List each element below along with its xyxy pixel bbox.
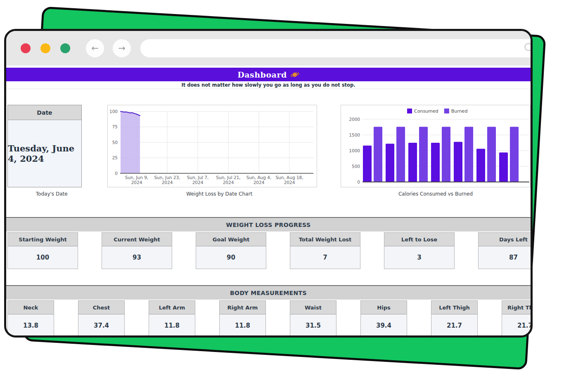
legend-label-consumed: Consumed [414,109,438,114]
stat-card-left-arm: Left Arm11.8 [149,300,195,337]
svg-text:2024: 2024 [162,180,173,185]
stat-card-starting-weight: Starting Weight100 [7,232,78,269]
calories-bar-chart: 0500100015002000ConsumedBurned [341,105,530,187]
bar-burned-2 [419,127,428,182]
browser-window: ← → Dashboard It does not matter how slo… [4,29,533,338]
stat-card-chest: Chest37.4 [78,300,125,337]
grid [120,111,313,173]
section-title-weight-loss-progress: WEIGHT LOSS PROGRESS [6,217,531,231]
svg-text:2024: 2024 [254,180,265,185]
stat-card-hips: Hips39.4 [360,300,407,337]
svg-text:Sun, Aug 18,: Sun, Aug 18, [275,175,303,180]
current-date-value: Tuesday, June 4, 2024 [8,143,81,164]
stat-card-goal-weight: Goal Weight90 [196,232,266,269]
legend-label-burned: Burned [451,109,468,114]
svg-text:100: 100 [109,109,118,114]
stat-value: 37.4 [78,314,124,337]
stat-label: Total Weight Lost [290,233,360,246]
stats-row: Neck13.8Chest37.4Left Arm11.8Right Arm11… [6,300,531,337]
stat-value: 11.8 [149,314,195,337]
legend: ConsumedBurned [407,109,467,114]
date-card-body: Tuesday, June 4, 2024 [8,120,81,187]
bar-consumed-6 [499,153,508,182]
planet-icon [290,71,299,78]
stat-card-right-arm: Right Arm11.8 [219,300,266,337]
svg-text:2024: 2024 [284,180,295,185]
browser-toolbar: ← → [6,31,531,66]
svg-text:Sun, Jul 21,: Sun, Jul 21, [216,175,240,180]
svg-text:1500: 1500 [349,132,360,137]
back-arrow-icon: ← [91,43,99,53]
bar-consumed-2 [408,143,417,182]
calories-chart-caption: Calories Consumed vs Burned [341,191,531,197]
weight-chart-caption: Weight Loss by Date Chart [121,191,317,197]
weight-loss-area-chart: 0255075100Sun, Jun 9,2024Sun, Jun 23,202… [108,105,317,187]
stat-value: 31.5 [290,314,336,337]
bar-burned-4 [464,127,473,182]
bar-consumed-5 [476,149,485,182]
svg-text:Sun, Jul 7,: Sun, Jul 7, [187,175,209,180]
stat-label: Waist [290,301,336,314]
forward-button[interactable]: → [113,39,131,57]
stat-card-current-weight: Current Weight93 [102,232,172,269]
stat-value: 39.4 [361,314,407,337]
svg-text:0: 0 [357,179,360,184]
stat-card-left-thigh: Left Thigh21.7 [431,300,478,337]
stat-label: Right Thigh [502,301,533,314]
stat-label: Days Left [479,233,533,246]
bar-consumed-0 [363,146,372,182]
area-series [121,111,140,173]
stat-value: 3 [384,246,454,269]
stat-value: 100 [8,246,78,269]
stat-label: Neck [8,301,54,314]
svg-text:2024: 2024 [223,180,234,185]
stat-card-total-weight-lost: Total Weight Lost7 [290,232,360,269]
bar-consumed-3 [431,143,440,182]
stat-value: 93 [102,246,172,269]
stat-label: Right Arm [220,301,265,314]
stat-card-waist: Waist31.5 [290,300,337,337]
svg-text:Sun, Aug 4,: Sun, Aug 4, [246,175,272,180]
svg-text:2024: 2024 [131,180,142,185]
stats-row: Starting Weight100Current Weight93Goal W… [6,232,531,269]
close-window-button[interactable] [21,43,31,53]
bar-burned-3 [442,127,450,182]
chart-captions-row: Today's Date Weight Loss by Date Chart C… [6,191,531,197]
stat-label: Left Arm [149,301,195,314]
stats-sections: WEIGHT LOSS PROGRESSStarting Weight100Cu… [6,217,531,337]
dashboard-banner: Dashboard [6,68,531,81]
maximize-window-button[interactable] [60,43,70,53]
stat-value: 7 [290,246,360,269]
svg-text:2000: 2000 [349,117,360,122]
svg-text:1000: 1000 [349,148,360,153]
search-icon [524,42,533,53]
stat-label: Current Weight [102,233,172,246]
stat-label: Left Thigh [431,301,477,314]
svg-text:75: 75 [112,124,118,129]
date-card-caption: Today's Date [7,191,96,197]
stat-value: 11.8 [220,314,265,337]
dashboard-content: Date Tuesday, June 4, 2024 0255075100Sun… [6,105,531,337]
stat-label: Starting Weight [8,233,78,246]
date-card-header: Date [8,105,81,120]
section-title-body-measurements: BODY MEASUREMENTS [6,285,531,300]
minimize-window-button[interactable] [40,43,50,53]
stat-label: Chest [78,301,124,314]
svg-text:Sun, Jun 9,: Sun, Jun 9, [125,175,148,180]
svg-text:0: 0 [115,171,118,176]
url-bar[interactable] [140,39,533,57]
back-button[interactable]: ← [86,39,104,57]
stage: ← → Dashboard It does not matter how slo… [0,0,564,392]
stat-value: 13.8 [8,314,54,337]
bar-burned-5 [487,127,496,182]
calories-chart-card: 0500100015002000ConsumedBurned [341,105,531,187]
legend-swatch-burned [444,109,449,113]
stat-value: 87 [479,246,533,269]
legend-swatch-consumed [407,109,412,113]
svg-text:50: 50 [112,140,118,145]
svg-text:Sun, Jun 23,: Sun, Jun 23, [154,175,180,180]
stat-card-days-left: Days Left87 [478,232,533,269]
stat-card-right-thigh: Right Thigh21.7 [502,300,533,337]
bar-burned-6 [510,127,519,182]
svg-text:500: 500 [352,164,360,169]
